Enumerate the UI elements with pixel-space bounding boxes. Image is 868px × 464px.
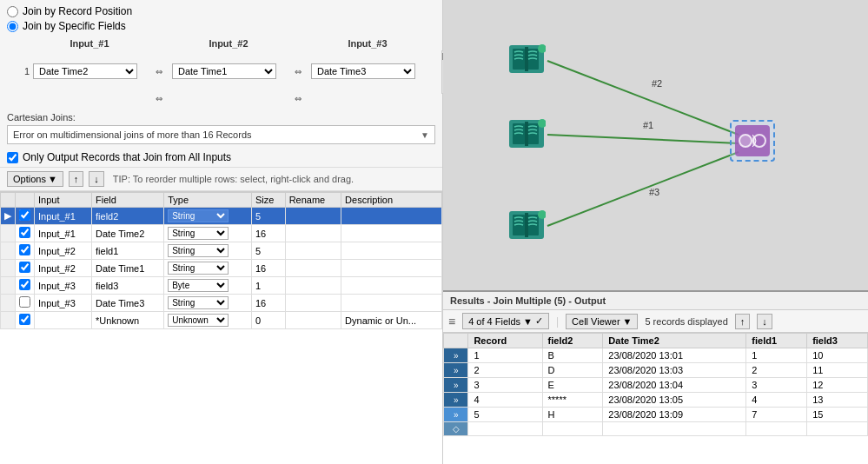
results-cell-3: 7 <box>746 408 807 422</box>
nav-up-button[interactable]: ↑ <box>735 314 751 329</box>
arrow-icon-4: ⇔ <box>285 94 311 103</box>
book-icon-3 <box>507 208 546 242</box>
row-type-select[interactable]: Byte <box>168 279 229 292</box>
row-input: Input_#2 <box>35 242 92 260</box>
row-type-cell: String <box>164 242 252 260</box>
row-checkbox[interactable] <box>19 209 30 221</box>
row-checkbox[interactable] <box>19 244 30 255</box>
join-options-section: Join by Record Position Join by Specific… <box>0 0 442 38</box>
row-rename <box>285 225 341 242</box>
results-cell-3: 3 <box>746 378 807 393</box>
row-description <box>341 225 442 242</box>
row-size: 16 <box>251 260 285 277</box>
hamburger-icon[interactable]: ≡ <box>448 315 455 328</box>
row-size: 5 <box>251 242 285 260</box>
chevron-down-icon: ▼ <box>421 130 429 140</box>
results-title: Results - Join Multiple (5) - Output <box>443 292 868 310</box>
input2-header: Input_#2 <box>172 38 285 49</box>
cartesian-dropdown[interactable]: Error on multidimensional joins of more … <box>7 125 435 144</box>
join-by-fields-label: Join by Specific Fields <box>23 20 126 32</box>
results-cell-3: 1 <box>746 348 807 363</box>
row-checkbox-cell <box>16 225 35 242</box>
join-by-record-row: Join by Record Position <box>7 5 435 17</box>
input3-field-select[interactable]: Date Time3 <box>311 63 415 79</box>
tip-text: TIP: To reorder multiple rows: select, r… <box>113 174 354 184</box>
results-col-field3: field3 <box>807 334 868 348</box>
results-table-body: »1B23/08/2020 13:01110»2D23/08/2020 13:0… <box>444 348 868 436</box>
table-row: *UnknownUnknown0Dynamic or Un... <box>1 312 442 329</box>
row-type-select[interactable]: Unknown <box>168 314 229 327</box>
cell-viewer-button[interactable]: Cell Viewer ▼ <box>566 314 638 329</box>
only-output-checkbox[interactable] <box>7 152 18 163</box>
input3-header: Input_#3 <box>311 38 424 49</box>
book-node-1 <box>504 38 549 80</box>
row-checkbox[interactable] <box>19 296 30 308</box>
row-input: Input_#1 <box>35 208 92 225</box>
input1-field-select[interactable]: Date Time2 <box>33 63 137 79</box>
results-row-arrow: » <box>444 348 468 363</box>
cartesian-section: Cartesian Joins: Error on multidimension… <box>0 109 442 148</box>
row-type-select[interactable]: String <box>168 227 229 240</box>
row-size: 5 <box>251 208 285 225</box>
row-size: 1 <box>251 277 285 295</box>
results-header-row: Record field2 Date Time2 field1 field3 <box>444 334 868 348</box>
results-row-arrow: » <box>444 408 468 422</box>
row-input <box>35 312 92 329</box>
row-checkbox-cell <box>16 277 35 295</box>
results-empty-cell-1 <box>542 422 603 436</box>
row-checkbox[interactable] <box>19 314 30 325</box>
results-row: »5H23/08/2020 13:09715 <box>444 408 868 422</box>
join-row-empty: ⇔ ⇔ <box>7 94 441 103</box>
col-type-header: Type <box>164 193 252 208</box>
row-type-select[interactable]: String <box>168 296 229 309</box>
results-cell-3: 4 <box>746 393 807 408</box>
col-arrow-header <box>1 193 16 208</box>
row-checkbox[interactable] <box>19 262 30 273</box>
results-row-arrow: » <box>444 363 468 378</box>
results-cell-4: 15 <box>807 408 868 422</box>
svg-text:#2: #2 <box>652 78 662 89</box>
join-node <box>730 120 775 162</box>
results-cell-3: 2 <box>746 363 807 378</box>
row-checkbox[interactable] <box>19 227 30 238</box>
results-cell-4: 13 <box>807 393 868 408</box>
move-up-button[interactable]: ↑ <box>69 171 84 187</box>
row-description: Dynamic or Un... <box>341 312 442 329</box>
cartesian-label: Cartesian Joins: <box>7 112 435 123</box>
row-type-cell: String <box>164 208 252 225</box>
fields-chevron-icon: ▼ <box>523 316 533 327</box>
options-button[interactable]: Options ▼ <box>7 171 63 187</box>
join-by-record-radio[interactable] <box>7 6 18 17</box>
results-cell-0: 5 <box>468 408 542 422</box>
results-cell-1: ***** <box>542 393 603 408</box>
row-checkbox-cell <box>16 208 35 225</box>
toolbar-row: Options ▼ ↑ ↓ TIP: To reorder multiple r… <box>0 167 442 191</box>
row-rename <box>285 295 341 312</box>
input2-field-select[interactable]: Date Time1 <box>172 63 276 79</box>
results-empty-cell-0 <box>468 422 542 436</box>
table-row: Input_#2field1String5 <box>1 242 442 260</box>
row-arrow-indicator <box>1 277 16 295</box>
row-field: field1 <box>92 242 164 260</box>
row-type-select[interactable]: String <box>168 244 229 257</box>
row-checkbox[interactable] <box>19 279 30 290</box>
options-chevron-icon: ▼ <box>48 174 57 184</box>
join-by-fields-radio[interactable] <box>7 21 18 32</box>
row-type-select[interactable]: String <box>168 209 229 222</box>
row-field: Date Time2 <box>92 225 164 242</box>
results-cell-4: 11 <box>807 363 868 378</box>
results-row-partial: ◇ <box>444 422 868 436</box>
fields-button[interactable]: 4 of 4 Fields ▼ ✓ <box>462 313 549 329</box>
row-size: 16 <box>251 225 285 242</box>
svg-text:#3: #3 <box>649 187 659 197</box>
results-col-record: Record <box>468 334 542 348</box>
row-size: 16 <box>251 295 285 312</box>
results-cell-2: 23/08/2020 13:09 <box>603 408 746 422</box>
book-icon-1 <box>507 42 546 76</box>
nav-down-button[interactable]: ↓ <box>757 314 772 329</box>
row-type-select[interactable]: String <box>168 262 229 275</box>
col-description-header: Description <box>341 193 442 208</box>
move-down-button[interactable]: ↓ <box>89 171 104 187</box>
row-type-cell: Byte <box>164 277 252 295</box>
book-node-3 <box>504 204 549 246</box>
